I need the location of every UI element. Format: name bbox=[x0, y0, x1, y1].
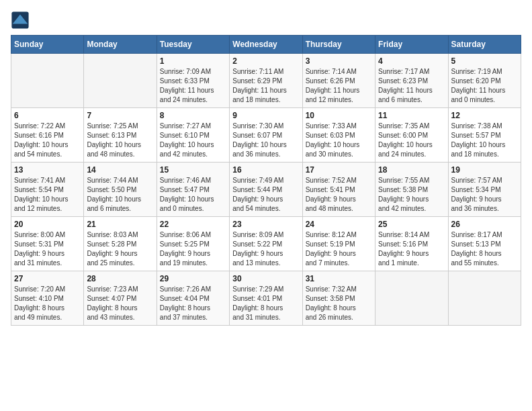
calendar-cell: 24Sunrise: 8:12 AM Sunset: 5:19 PM Dayli… bbox=[302, 217, 375, 271]
day-number: 13 bbox=[14, 165, 81, 175]
day-detail: Sunrise: 7:17 AM Sunset: 6:23 PM Dayligh… bbox=[378, 67, 445, 105]
day-detail: Sunrise: 7:44 AM Sunset: 5:50 PM Dayligh… bbox=[87, 176, 153, 214]
calendar-cell: 21Sunrise: 8:03 AM Sunset: 5:28 PM Dayli… bbox=[84, 217, 157, 271]
calendar-cell: 10Sunrise: 7:33 AM Sunset: 6:03 PM Dayli… bbox=[302, 108, 375, 163]
day-detail: Sunrise: 7:55 AM Sunset: 5:38 PM Dayligh… bbox=[378, 176, 445, 214]
calendar-week-row: 1Sunrise: 7:09 AM Sunset: 6:33 PM Daylig… bbox=[11, 54, 521, 108]
calendar-week-row: 13Sunrise: 7:41 AM Sunset: 5:54 PM Dayli… bbox=[11, 163, 521, 217]
day-detail: Sunrise: 7:35 AM Sunset: 6:00 PM Dayligh… bbox=[378, 122, 445, 159]
day-number: 10 bbox=[306, 111, 372, 120]
day-detail: Sunrise: 8:03 AM Sunset: 5:28 PM Dayligh… bbox=[87, 230, 153, 268]
weekday-header-tuesday: Tuesday bbox=[157, 36, 229, 54]
weekday-header-sunday: Sunday bbox=[11, 36, 84, 54]
logo-icon bbox=[11, 11, 30, 30]
calendar-cell: 23Sunrise: 8:09 AM Sunset: 5:22 PM Dayli… bbox=[230, 217, 302, 271]
weekday-header-friday: Friday bbox=[375, 36, 448, 54]
day-number: 18 bbox=[378, 165, 445, 175]
calendar-table: SundayMondayTuesdayWednesdayThursdayFrid… bbox=[11, 35, 521, 326]
day-number: 27 bbox=[14, 274, 81, 283]
calendar-cell: 26Sunrise: 8:17 AM Sunset: 5:13 PM Dayli… bbox=[448, 217, 521, 271]
day-detail: Sunrise: 7:49 AM Sunset: 5:44 PM Dayligh… bbox=[232, 176, 299, 214]
day-number: 20 bbox=[14, 220, 81, 229]
calendar-cell: 6Sunrise: 7:22 AM Sunset: 6:16 PM Daylig… bbox=[11, 108, 84, 163]
day-number: 22 bbox=[160, 220, 226, 229]
calendar-cell: 1Sunrise: 7:09 AM Sunset: 6:33 PM Daylig… bbox=[157, 54, 229, 108]
day-number: 19 bbox=[451, 165, 518, 175]
day-detail: Sunrise: 8:17 AM Sunset: 5:13 PM Dayligh… bbox=[451, 230, 518, 268]
day-number: 16 bbox=[232, 165, 299, 175]
day-number: 26 bbox=[451, 220, 518, 229]
calendar-cell: 27Sunrise: 7:20 AM Sunset: 4:10 PM Dayli… bbox=[11, 271, 84, 326]
day-number: 30 bbox=[232, 274, 299, 283]
day-number: 21 bbox=[87, 220, 153, 229]
calendar-week-row: 20Sunrise: 8:00 AM Sunset: 5:31 PM Dayli… bbox=[11, 217, 521, 271]
day-number: 17 bbox=[306, 165, 372, 175]
day-detail: Sunrise: 7:32 AM Sunset: 3:58 PM Dayligh… bbox=[306, 285, 372, 322]
day-number: 6 bbox=[14, 111, 81, 120]
weekday-header-monday: Monday bbox=[84, 36, 157, 54]
day-number: 23 bbox=[232, 220, 299, 229]
day-number: 3 bbox=[306, 56, 372, 66]
calendar-cell bbox=[375, 271, 448, 326]
day-detail: Sunrise: 7:30 AM Sunset: 6:07 PM Dayligh… bbox=[232, 122, 299, 159]
calendar-cell: 22Sunrise: 8:06 AM Sunset: 5:25 PM Dayli… bbox=[157, 217, 229, 271]
day-detail: Sunrise: 7:26 AM Sunset: 4:04 PM Dayligh… bbox=[160, 285, 226, 322]
page-header bbox=[11, 11, 521, 30]
calendar-cell: 19Sunrise: 7:57 AM Sunset: 5:34 PM Dayli… bbox=[448, 163, 521, 217]
day-detail: Sunrise: 8:12 AM Sunset: 5:19 PM Dayligh… bbox=[306, 230, 372, 268]
day-detail: Sunrise: 8:09 AM Sunset: 5:22 PM Dayligh… bbox=[232, 230, 299, 268]
calendar-cell: 12Sunrise: 7:38 AM Sunset: 5:57 PM Dayli… bbox=[448, 108, 521, 163]
day-detail: Sunrise: 7:41 AM Sunset: 5:54 PM Dayligh… bbox=[14, 176, 81, 214]
weekday-header-saturday: Saturday bbox=[448, 36, 521, 54]
day-number: 5 bbox=[451, 56, 518, 66]
day-number: 28 bbox=[87, 274, 153, 283]
day-number: 29 bbox=[160, 274, 226, 283]
calendar-cell: 9Sunrise: 7:30 AM Sunset: 6:07 PM Daylig… bbox=[230, 108, 302, 163]
calendar-cell: 15Sunrise: 7:46 AM Sunset: 5:47 PM Dayli… bbox=[157, 163, 229, 217]
calendar-cell bbox=[84, 54, 157, 108]
day-detail: Sunrise: 7:38 AM Sunset: 5:57 PM Dayligh… bbox=[451, 122, 518, 159]
day-detail: Sunrise: 7:22 AM Sunset: 6:16 PM Dayligh… bbox=[14, 122, 81, 159]
calendar-cell: 20Sunrise: 8:00 AM Sunset: 5:31 PM Dayli… bbox=[11, 217, 84, 271]
calendar-cell bbox=[11, 54, 84, 108]
day-number: 8 bbox=[160, 111, 226, 120]
weekday-header-thursday: Thursday bbox=[302, 36, 375, 54]
day-detail: Sunrise: 7:25 AM Sunset: 6:13 PM Dayligh… bbox=[87, 122, 153, 159]
day-number: 9 bbox=[232, 111, 299, 120]
calendar-week-row: 27Sunrise: 7:20 AM Sunset: 4:10 PM Dayli… bbox=[11, 271, 521, 326]
day-detail: Sunrise: 8:14 AM Sunset: 5:16 PM Dayligh… bbox=[378, 230, 445, 268]
day-number: 25 bbox=[378, 220, 445, 229]
day-number: 2 bbox=[232, 56, 299, 66]
weekday-header-row: SundayMondayTuesdayWednesdayThursdayFrid… bbox=[11, 36, 521, 54]
calendar-cell: 3Sunrise: 7:14 AM Sunset: 6:26 PM Daylig… bbox=[302, 54, 375, 108]
calendar-cell: 25Sunrise: 8:14 AM Sunset: 5:16 PM Dayli… bbox=[375, 217, 448, 271]
day-detail: Sunrise: 8:06 AM Sunset: 5:25 PM Dayligh… bbox=[160, 230, 226, 268]
day-number: 1 bbox=[160, 56, 226, 66]
calendar-cell: 31Sunrise: 7:32 AM Sunset: 3:58 PM Dayli… bbox=[302, 271, 375, 326]
day-detail: Sunrise: 7:57 AM Sunset: 5:34 PM Dayligh… bbox=[451, 176, 518, 214]
calendar-cell: 18Sunrise: 7:55 AM Sunset: 5:38 PM Dayli… bbox=[375, 163, 448, 217]
day-detail: Sunrise: 7:14 AM Sunset: 6:26 PM Dayligh… bbox=[306, 67, 372, 105]
day-detail: Sunrise: 7:20 AM Sunset: 4:10 PM Dayligh… bbox=[14, 285, 81, 322]
day-detail: Sunrise: 7:11 AM Sunset: 6:29 PM Dayligh… bbox=[232, 67, 299, 105]
day-number: 7 bbox=[87, 111, 153, 120]
calendar-cell: 7Sunrise: 7:25 AM Sunset: 6:13 PM Daylig… bbox=[84, 108, 157, 163]
calendar-cell: 8Sunrise: 7:27 AM Sunset: 6:10 PM Daylig… bbox=[157, 108, 229, 163]
day-number: 12 bbox=[451, 111, 518, 120]
calendar-cell: 14Sunrise: 7:44 AM Sunset: 5:50 PM Dayli… bbox=[84, 163, 157, 217]
day-detail: Sunrise: 7:29 AM Sunset: 4:01 PM Dayligh… bbox=[232, 285, 299, 322]
day-number: 11 bbox=[378, 111, 445, 120]
day-number: 31 bbox=[306, 274, 372, 283]
day-detail: Sunrise: 7:09 AM Sunset: 6:33 PM Dayligh… bbox=[160, 67, 226, 105]
calendar-cell: 11Sunrise: 7:35 AM Sunset: 6:00 PM Dayli… bbox=[375, 108, 448, 163]
day-detail: Sunrise: 7:33 AM Sunset: 6:03 PM Dayligh… bbox=[306, 122, 372, 159]
day-number: 15 bbox=[160, 165, 226, 175]
day-number: 4 bbox=[378, 56, 445, 66]
weekday-header-wednesday: Wednesday bbox=[230, 36, 302, 54]
day-detail: Sunrise: 7:46 AM Sunset: 5:47 PM Dayligh… bbox=[160, 176, 226, 214]
calendar-cell: 13Sunrise: 7:41 AM Sunset: 5:54 PM Dayli… bbox=[11, 163, 84, 217]
day-number: 14 bbox=[87, 165, 153, 175]
day-detail: Sunrise: 8:00 AM Sunset: 5:31 PM Dayligh… bbox=[14, 230, 81, 268]
calendar-cell: 16Sunrise: 7:49 AM Sunset: 5:44 PM Dayli… bbox=[230, 163, 302, 217]
day-detail: Sunrise: 7:52 AM Sunset: 5:41 PM Dayligh… bbox=[306, 176, 372, 214]
